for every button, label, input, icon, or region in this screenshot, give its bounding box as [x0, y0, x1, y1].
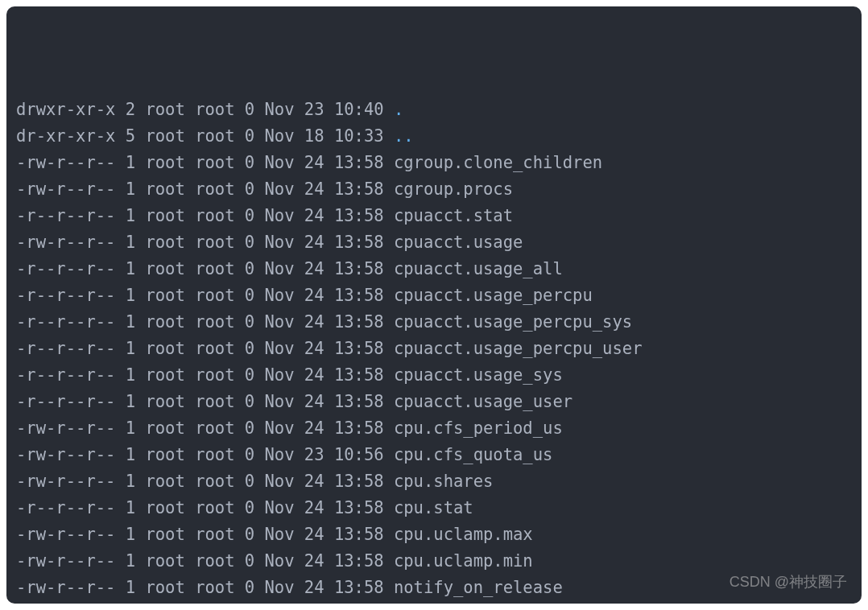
file-day: 24 — [304, 203, 334, 229]
file-group: root — [195, 601, 245, 604]
file-link-count: 1 — [126, 389, 146, 415]
file-size: 0 — [245, 601, 265, 604]
file-name: cpuacct.usage_percpu_sys — [394, 309, 632, 336]
file-time: 13:58 — [334, 495, 394, 521]
file-time: 13:58 — [334, 468, 394, 495]
file-owner: root — [145, 575, 195, 601]
listing-row: -r--r--r--1rootroot0Nov2413:58cpuacct.us… — [16, 282, 862, 309]
file-size: 0 — [245, 575, 265, 601]
listing-row: -rw-r--r--1rootroot0Nov2413:58cpu.shares — [16, 468, 862, 495]
file-owner: root — [145, 282, 195, 309]
file-owner: root — [145, 97, 195, 123]
file-permissions: dr-xr-xr-x — [16, 123, 126, 150]
file-month: Nov — [265, 309, 304, 336]
file-time: 13:58 — [334, 389, 394, 415]
file-group: root — [195, 336, 245, 362]
file-group: root — [195, 575, 245, 601]
file-size: 0 — [245, 442, 265, 468]
file-permissions: -rw-r--r-- — [16, 150, 126, 176]
file-name: cpuacct.usage — [394, 229, 523, 256]
file-day: 24 — [304, 176, 334, 203]
file-group: root — [195, 150, 245, 176]
file-permissions: -rw-r--r-- — [16, 229, 126, 256]
file-name: cpuacct.usage_user — [394, 389, 572, 415]
file-permissions: drwxr-xr-x — [16, 97, 126, 123]
file-day: 24 — [304, 309, 334, 336]
file-size: 0 — [245, 548, 265, 575]
file-size: 0 — [245, 362, 265, 389]
file-name: cpu.cfs_quota_us — [394, 442, 552, 468]
file-owner: root — [145, 309, 195, 336]
file-size: 0 — [245, 521, 265, 548]
file-time: 10:56 — [334, 601, 394, 604]
file-size: 0 — [245, 256, 265, 282]
file-name: cpu.uclamp.max — [394, 521, 533, 548]
file-owner: root — [145, 256, 195, 282]
file-name: cpu.uclamp.min — [394, 548, 533, 575]
listing-row: -rw-r--r--1rootroot0Nov2413:58cpu.cfs_pe… — [16, 415, 862, 442]
file-size: 0 — [245, 389, 265, 415]
file-owner: root — [145, 442, 195, 468]
file-link-count: 1 — [126, 415, 146, 442]
file-permissions: -rw-r--r-- — [16, 415, 126, 442]
file-size: 0 — [245, 309, 265, 336]
file-time: 13:58 — [334, 362, 394, 389]
file-time: 13:58 — [334, 256, 394, 282]
listing-row: drwxr-xr-x2rootroot0Nov2310:40. — [16, 97, 862, 123]
file-month: Nov — [265, 229, 304, 256]
file-name: cpu.shares — [394, 468, 493, 495]
file-day: 24 — [304, 256, 334, 282]
file-size: 0 — [245, 203, 265, 229]
file-name: cpuacct.usage_percpu — [394, 282, 593, 309]
file-time: 13:58 — [334, 309, 394, 336]
listing-row: -rw-r--r--1rootroot0Nov2413:58cpu.uclamp… — [16, 521, 862, 548]
file-link-count: 1 — [126, 601, 146, 604]
file-time: 13:58 — [334, 336, 394, 362]
file-owner: root — [145, 203, 195, 229]
file-link-count: 1 — [126, 309, 146, 336]
file-name: cpu.stat — [394, 495, 473, 521]
file-owner: root — [145, 415, 195, 442]
file-permissions: -rw-r--r-- — [16, 601, 126, 604]
file-link-count: 5 — [126, 123, 146, 150]
listing-row: -rw-r--r--1rootroot0Nov2413:58cpuacct.us… — [16, 229, 862, 256]
file-size: 0 — [245, 415, 265, 442]
file-link-count: 1 — [126, 548, 146, 575]
file-permissions: -r--r--r-- — [16, 495, 126, 521]
file-month: Nov — [265, 336, 304, 362]
file-group: root — [195, 442, 245, 468]
file-day: 23 — [304, 601, 334, 604]
file-time: 13:58 — [334, 575, 394, 601]
file-month: Nov — [265, 601, 304, 604]
file-owner: root — [145, 150, 195, 176]
file-group: root — [195, 229, 245, 256]
file-permissions: -rw-r--r-- — [16, 442, 126, 468]
file-name: cpu.cfs_period_us — [394, 415, 563, 442]
file-day: 24 — [304, 415, 334, 442]
file-link-count: 1 — [126, 495, 146, 521]
file-owner: root — [145, 601, 195, 604]
file-permissions: -r--r--r-- — [16, 203, 126, 229]
file-time: 10:33 — [334, 123, 394, 150]
listing-row: -r--r--r--1rootroot0Nov2413:58cpuacct.st… — [16, 203, 862, 229]
listing-row: -r--r--r--1rootroot0Nov2413:58cpu.stat — [16, 495, 862, 521]
file-size: 0 — [245, 229, 265, 256]
file-month: Nov — [265, 362, 304, 389]
terminal-window[interactable]: drwxr-xr-x2rootroot0Nov2310:40.dr-xr-xr-… — [6, 6, 862, 604]
file-month: Nov — [265, 150, 304, 176]
file-permissions: -rw-r--r-- — [16, 176, 126, 203]
file-month: Nov — [265, 282, 304, 309]
file-permissions: -r--r--r-- — [16, 362, 126, 389]
file-name: cgroup.procs — [394, 176, 513, 203]
file-group: root — [195, 256, 245, 282]
file-group: root — [195, 309, 245, 336]
file-month: Nov — [265, 521, 304, 548]
listing-row: dr-xr-xr-x5rootroot0Nov1810:33.. — [16, 123, 862, 150]
file-link-count: 1 — [126, 575, 146, 601]
file-size: 0 — [245, 468, 265, 495]
file-size: 0 — [245, 495, 265, 521]
file-link-count: 1 — [126, 336, 146, 362]
file-owner: root — [145, 548, 195, 575]
listing-row: -rw-r--r--1rootroot0Nov2413:58cgroup.pro… — [16, 176, 862, 203]
listing-row: -r--r--r--1rootroot0Nov2413:58cpuacct.us… — [16, 336, 862, 362]
